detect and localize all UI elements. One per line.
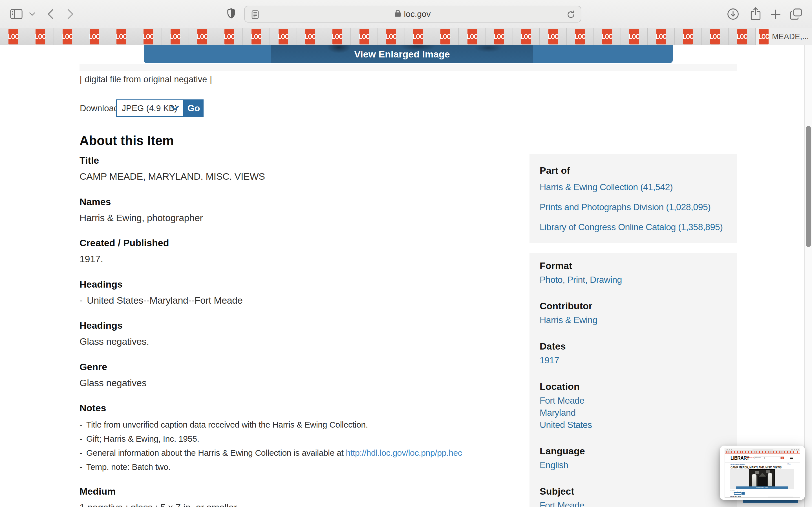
pinned-tab-loc[interactable]: LOC [243, 28, 270, 45]
pinned-tab-loc[interactable]: LOC [621, 28, 648, 45]
facet-link[interactable]: Fort Meade [540, 499, 727, 507]
note-item: -Title from unverified caption data rece… [80, 418, 519, 432]
pinned-tab-loc[interactable]: LOC [0, 28, 27, 45]
tab-overview-icon[interactable] [790, 8, 802, 20]
back-icon[interactable] [47, 8, 54, 20]
loc-favicon: LOC [656, 29, 666, 44]
pinned-tab-loc[interactable]: LOC [675, 28, 702, 45]
pinned-tab-loc[interactable]: LOC [162, 28, 189, 45]
part-of-link-harris-ewing[interactable]: Harris & Ewing Collection (41,542) [540, 181, 727, 193]
mini-address-bar [753, 449, 773, 450]
field-label: Headings [80, 320, 519, 331]
part-of-link-prints-photographs[interactable]: Prints and Photographs Division (1,028,0… [540, 201, 727, 213]
url-text: loc.gov [404, 9, 430, 19]
loc-favicon: LOC [305, 29, 315, 44]
field-value: 1 negative : glass ; 5 x 7 in. or smalle… [80, 501, 519, 507]
pip-window[interactable]: LIBRARY LIBRARY OF CONGRESS Everything P… [720, 446, 805, 500]
about-heading: About this Item [80, 133, 174, 148]
mini-sidebar-box [768, 497, 793, 498]
loc-favicon: LOC [197, 29, 207, 44]
pinned-tab-loc[interactable]: LOC [135, 28, 162, 45]
address-bar[interactable]: loc.gov [244, 6, 581, 22]
pinned-tab-loc[interactable]: LOC [648, 28, 675, 45]
notes-list: -Title from unverified caption data rece… [80, 418, 519, 474]
pinned-tab-loc[interactable]: LOC [27, 28, 54, 45]
field-medium: Medium 1 negative : glass ; 5 x 7 in. or… [80, 485, 519, 507]
part-of-label: Part of [540, 165, 727, 176]
chevron-down-icon[interactable] [29, 12, 35, 16]
pinned-tab-loc[interactable]: LOC [432, 28, 459, 45]
pinned-tab-loc[interactable]: LOC [189, 28, 216, 45]
pinned-tab-loc[interactable]: LOC [378, 28, 405, 45]
loc-favicon: LOC [252, 29, 261, 44]
facet-link[interactable]: Maryland [540, 407, 727, 419]
go-button[interactable]: Go [184, 100, 204, 117]
pinned-tab-loc[interactable]: LOC [486, 28, 513, 45]
pinned-tab-loc[interactable]: LOC [324, 28, 351, 45]
pinned-tab-loc[interactable]: LOC [594, 28, 621, 45]
privacy-shield-icon[interactable] [226, 7, 236, 20]
mini-pinned-tab [758, 451, 761, 453]
pinned-tab-loc[interactable]: LOC [108, 28, 135, 45]
facet-link[interactable]: Photo, Print, Drawing [540, 274, 727, 286]
mini-search-dropdown: Everything [754, 457, 765, 459]
pinned-tab-loc[interactable]: LOC [81, 28, 108, 45]
mini-pinned-tab [750, 451, 753, 453]
forward-icon[interactable] [67, 8, 74, 20]
facet-location: Location Fort Meade Maryland United Stat… [540, 381, 727, 431]
facet-link[interactable]: Fort Meade [540, 395, 727, 407]
loc-favicon: LOC [8, 29, 18, 44]
pinned-tab-loc[interactable]: LOC [567, 28, 594, 45]
facet-link[interactable]: 1917 [540, 354, 727, 367]
collection-info-link[interactable]: http://hdl.loc.gov/loc.pnp/pp.hec [346, 448, 462, 457]
view-enlarged-image-button[interactable]: View Enlarged Image [144, 45, 673, 63]
pinned-tab-loc[interactable]: LOC [297, 28, 324, 45]
mini-download-select [734, 492, 742, 495]
scrollbar-thumb[interactable] [806, 126, 811, 247]
pinned-tab-loc[interactable]: LOC [405, 28, 432, 45]
pinned-tab-loc[interactable]: LOC [270, 28, 297, 45]
mini-photo-band [730, 469, 794, 489]
list-dash: - [80, 418, 86, 432]
mini-loc-red-bar [725, 453, 800, 453]
reload-icon[interactable] [567, 10, 575, 19]
mini-toolbar [725, 448, 800, 451]
field-label: Notes [80, 402, 519, 414]
loc-favicon: LOC [575, 29, 585, 44]
pinned-tab-loc[interactable]: LOC [54, 28, 81, 45]
pinned-tab-loc[interactable]: LOC [216, 28, 243, 45]
loc-favicon: LOC [36, 29, 45, 44]
loc-favicon: LOC [413, 29, 423, 44]
pinned-tab-loc[interactable]: LOC [351, 28, 378, 45]
share-icon[interactable] [749, 7, 762, 21]
pinned-tab-loc[interactable]: LOC [728, 28, 756, 45]
new-tab-icon[interactable] [770, 9, 781, 20]
field-value: Harris & Ewing, photographer [80, 212, 519, 224]
mini-go-button [742, 492, 745, 495]
loc-favicon: LOC [90, 29, 99, 44]
loc-favicon: LOC [602, 29, 612, 44]
mini-divider [725, 462, 800, 462]
downloads-icon[interactable] [727, 8, 739, 20]
list-dash: - [80, 294, 87, 306]
facet-link[interactable]: United States [540, 419, 727, 431]
pinned-tab-loc[interactable]: LOC [540, 28, 567, 45]
facet-link[interactable]: Harris & Ewing [540, 314, 727, 326]
facet-link[interactable]: English [540, 459, 727, 471]
part-of-link-online-catalog[interactable]: Library of Congress Online Catalog (1,35… [540, 221, 727, 233]
download-format-select[interactable]: JPEG (4.9 KB) [116, 100, 184, 117]
mini-pinned-tab [778, 451, 781, 453]
pinned-tab-loc[interactable]: LOC [513, 28, 540, 45]
sidebar-toggle-icon[interactable] [10, 9, 22, 19]
view-enlarged-image-label: View Enlarged Image [271, 45, 533, 63]
mini-pinned-tab [767, 451, 770, 453]
mini-pinned-tab [761, 451, 764, 453]
loc-favicon: LOC [359, 29, 369, 44]
mini-pinned-tab [764, 451, 767, 453]
field-headings-2: Headings Glass negatives. [80, 320, 519, 348]
loc-favicon: LOC [170, 29, 180, 44]
pinned-tab-loc[interactable]: LOC [459, 28, 486, 45]
pinned-tab-loc[interactable]: LOC [702, 28, 729, 45]
active-tab[interactable]: LOC MEADE,... [756, 28, 812, 45]
active-tab-label: MEADE,... [772, 32, 809, 41]
